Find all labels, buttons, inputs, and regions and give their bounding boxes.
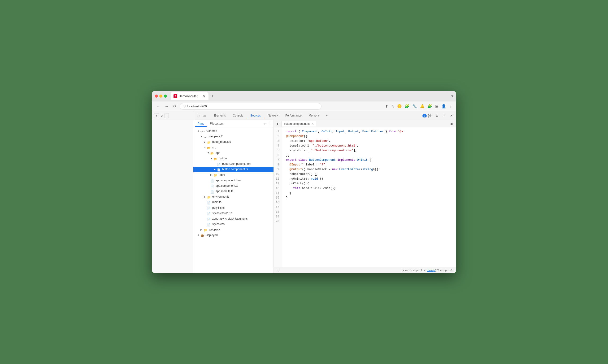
code-file-tab[interactable]: button.component.ts ✕ — [281, 121, 316, 127]
code-editor: ◧ button.component.ts ✕ ▣ 1 2 — [274, 120, 456, 273]
forward-button[interactable]: → — [163, 103, 170, 109]
source-map-link[interactable]: main.js — [427, 269, 435, 272]
maximize-button[interactable] — [164, 94, 167, 98]
tab-elements[interactable]: Elements — [211, 113, 229, 119]
tree-item-button-folder[interactable]: ▼ 📂 button — [193, 156, 273, 161]
address-bar[interactable]: ⓘ localhost:4200 — [180, 103, 322, 110]
profile-icon[interactable]: 😊 — [397, 104, 402, 109]
page-top-bar: + 0 - — [152, 111, 193, 120]
panel-left-button[interactable]: ◧ — [276, 121, 280, 126]
code-line-12: constructor() {} — [286, 172, 452, 177]
inspect-element-button[interactable]: ⬡ — [195, 113, 201, 119]
tree-item-styles-css[interactable]: ▶ 📄 styles.css — [193, 221, 273, 227]
code-lines: import { Component, OnInit, Input, Outpu… — [282, 127, 456, 267]
more-options-button[interactable]: ⋮ — [441, 113, 447, 118]
close-devtools-button[interactable]: ✕ — [449, 113, 454, 118]
tab-sources[interactable]: Sources — [247, 113, 264, 119]
tree-item-styles-hash[interactable]: ▶ 📄 styles.css?231c — [193, 211, 273, 216]
tree-label-styles-css: styles.css — [212, 222, 225, 226]
tree-item-environments[interactable]: ▶ 📁 environments — [193, 194, 273, 199]
browser-window: A DemoAngular ✕ + ▾ ← → ⟳ ⓘ localhost:42… — [152, 91, 456, 273]
source-map-prefix: (source mapped from — [402, 269, 427, 272]
puzzle-button[interactable]: 🧩 — [427, 104, 433, 109]
tree-item-src[interactable]: ▼ 📂 src — [193, 145, 273, 150]
code-tab-close-button[interactable]: ✕ — [311, 122, 314, 126]
devtools-tabs: Elements Console Sources Network Perform… — [211, 113, 421, 119]
secure-icon: ⓘ — [183, 104, 186, 108]
tree-label-node-modules: node_modules — [212, 140, 231, 144]
tree-item-button-ts[interactable]: ▶ 📄 button.component.ts — [193, 167, 273, 172]
console-badge-button[interactable]: 1 💬 — [421, 113, 433, 118]
code-line-9: @Input() label = "?" — [286, 162, 452, 167]
tree-item-app[interactable]: ▼ 📂 app — [193, 150, 273, 156]
back-button[interactable]: ← — [155, 103, 161, 109]
settings-button[interactable]: ⚙ — [434, 113, 440, 118]
extensions-button[interactable]: 🧩 — [404, 104, 410, 109]
tree-item-button-html[interactable]: ▶ 📄 button.component.html — [193, 161, 273, 167]
zoom-minus-button[interactable]: - — [165, 113, 169, 118]
tree-item-app-module[interactable]: ▶ 📄 app.module.ts — [193, 189, 273, 194]
format-button[interactable]: {} — [277, 269, 280, 272]
code-line-17: this.handleClick.emit(); — [286, 186, 452, 191]
tree-label-webpack: webpack:// — [209, 134, 222, 139]
code-line-5: templateUrl: './button.component.html', — [286, 143, 452, 148]
menu-button[interactable]: ⋮ — [448, 104, 453, 109]
code-area-right: ▣ — [449, 121, 454, 126]
sidebar-more-button[interactable]: » — [264, 122, 265, 126]
code-content: 1 2 3 4 5 6 7 8 9 10 11 12 13 — [274, 127, 456, 267]
sidebar-tab-filesystem[interactable]: Filesystem — [207, 121, 226, 127]
tree-label-button-ts: button.component.ts — [222, 167, 248, 172]
device-toggle-button[interactable]: ▭ — [202, 113, 208, 119]
share-button[interactable]: ⬆ — [385, 104, 389, 109]
zoom-value: 0 — [160, 114, 164, 117]
tab-network[interactable]: Network — [265, 113, 282, 119]
tree-item-zone[interactable]: ▶ 📄 zone-async-stack-tagging.ts — [193, 216, 273, 221]
zoom-plus-button[interactable]: + — [154, 113, 159, 118]
extensions3-button[interactable]: 🔔 — [419, 104, 425, 109]
devtools-content: Page Filesystem » ⋮ ▼ </> Authored — [193, 120, 456, 273]
browser-tab[interactable]: A DemoAngular ✕ — [171, 92, 208, 100]
extensions2-button[interactable]: 🔧 — [412, 104, 417, 109]
close-button[interactable] — [155, 94, 158, 98]
line-numbers: 1 2 3 4 5 6 7 8 9 10 11 12 13 — [274, 127, 282, 267]
tree-label-polyfills: polyfills.ts — [212, 206, 225, 210]
tree-item-webpack[interactable]: ▼ ☁ webpack:// — [193, 134, 273, 139]
sidebar-tab-page[interactable]: Page — [195, 121, 207, 127]
tab-more[interactable]: » — [323, 113, 331, 119]
panel-right-button[interactable]: ▣ — [449, 121, 454, 126]
tree-item-label-folder[interactable]: ▶ 📁 label — [193, 172, 273, 178]
tree-item-node-modules[interactable]: ▶ 📁 node_modules — [193, 139, 273, 145]
sidebar-toggle[interactable]: ▣ — [435, 104, 439, 109]
code-line-4: selector: 'app-button', — [286, 139, 452, 143]
tab-bar-menu[interactable]: ▾ — [451, 94, 453, 98]
tree-label-button-folder: button — [219, 156, 227, 161]
code-line-18: } — [286, 191, 452, 195]
tab-memory[interactable]: Memory — [305, 113, 322, 119]
tree-item-app-html[interactable]: ▶ 📄 app.component.html — [193, 178, 273, 183]
user-avatar[interactable]: 👤 — [441, 104, 447, 109]
refresh-button[interactable]: ⟳ — [172, 103, 178, 109]
nav-actions: ⬆ ☆ 😊 🧩 🔧 🔔 🧩 ▣ 👤 ⋮ — [385, 104, 453, 109]
minimize-button[interactable] — [159, 94, 162, 98]
sidebar-kebab-menu[interactable]: ⋮ — [268, 122, 272, 126]
tab-console[interactable]: Console — [230, 113, 246, 119]
tree-label-environments: environments — [212, 195, 229, 199]
bookmark-button[interactable]: ☆ — [390, 104, 395, 109]
tab-performance[interactable]: Performance — [282, 113, 305, 119]
code-tab-filename: button.component.ts — [284, 122, 310, 126]
source-map-suffix: ) Coverage: n/a — [435, 269, 453, 272]
tree-item-polyfills[interactable]: ▶ 📄 polyfills.ts — [193, 205, 273, 211]
new-tab-button[interactable]: + — [209, 93, 216, 100]
tree-item-app-ts[interactable]: ▶ 📄 app.component.ts — [193, 183, 273, 189]
tab-close-button[interactable]: ✕ — [203, 94, 206, 98]
devtools-panel: ⬡ ▭ Elements Console Sources Network Per… — [193, 111, 456, 273]
tree-label-app-ts: app.component.ts — [216, 184, 238, 188]
code-line-3: @Component({ — [286, 134, 452, 139]
url-text: localhost:4200 — [187, 104, 207, 108]
code-line-16: onClick() { — [286, 181, 452, 186]
tree-label-label-folder: label — [219, 173, 225, 177]
tree-item-deployed[interactable]: ▼ 📦 Deployed — [193, 233, 273, 238]
tree-item-main-ts[interactable]: ▶ 📄 main.ts — [193, 199, 273, 205]
tree-item-authored[interactable]: ▼ </> Authored — [193, 128, 273, 134]
tree-item-webpack-folder[interactable]: ▶ 📁 webpack — [193, 227, 273, 232]
